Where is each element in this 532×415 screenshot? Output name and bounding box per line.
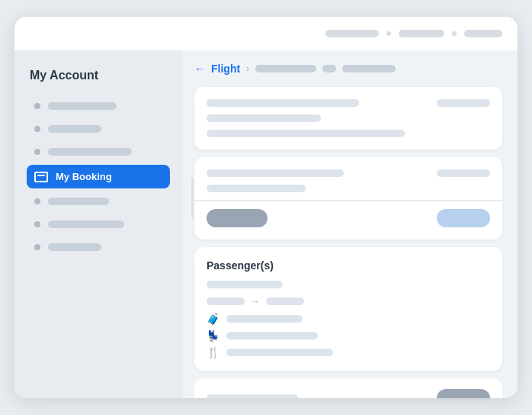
card1-skel-1 [207, 99, 359, 107]
card1-row1 [207, 99, 490, 107]
route-dest [266, 298, 304, 305]
card1-skel-3 [207, 114, 321, 122]
card2-row1 [207, 169, 490, 177]
sidebar-dot-1 [34, 103, 40, 109]
main-content: My Account My Booking [14, 50, 518, 398]
sidebar-dot-7 [34, 244, 40, 250]
right-panel: ← Flight › [182, 50, 518, 398]
back-arrow[interactable]: ← [194, 63, 205, 75]
card1-row2 [207, 114, 490, 122]
passenger-detail-meal: 🍴 [207, 346, 490, 359]
sidebar-item-2[interactable] [27, 119, 170, 139]
sidebar-item-6[interactable] [27, 214, 170, 234]
card-passengers: Passenger(s) → 🧳 [194, 247, 502, 371]
breadcrumb-chevron: › [246, 63, 249, 74]
card2-skel-3 [207, 185, 306, 192]
breadcrumb-pill-3 [342, 65, 396, 72]
bottom-skel-1 [207, 394, 298, 398]
sidebar-item-7[interactable] [27, 237, 170, 257]
card2-row2 [207, 185, 490, 192]
breadcrumb-pill-1 [255, 65, 316, 72]
meal-skel [226, 349, 333, 356]
breadcrumb-pill-2 [322, 65, 336, 72]
card2-divider [194, 200, 502, 201]
card2-bottom [207, 209, 490, 227]
sidebar-bar-6 [48, 220, 124, 228]
meal-icon: 🍴 [207, 346, 219, 359]
sidebar-item-1[interactable] [27, 96, 170, 116]
sidebar-label-my-booking: My Booking [56, 171, 112, 182]
card2-skel-2 [437, 169, 490, 177]
breadcrumb-flight[interactable]: Flight [211, 63, 240, 75]
passenger-detail-bag: 🧳 [207, 313, 490, 325]
sidebar-dot-3 [34, 149, 40, 155]
sidebar-dot-6 [34, 221, 40, 227]
card-booking-detail [194, 157, 502, 240]
card2-btn-left[interactable] [207, 209, 268, 227]
card2-accent [191, 178, 194, 219]
titlebar-pill-3 [464, 30, 502, 37]
card1-skel-4 [207, 130, 405, 137]
sidebar-item-my-booking[interactable]: My Booking [27, 165, 170, 188]
sidebar-item-3[interactable] [27, 142, 170, 162]
passenger-route-row: → [207, 296, 490, 307]
card2-btn-right[interactable] [437, 209, 490, 227]
card2-skel-1 [207, 169, 344, 177]
titlebar-pill-2 [399, 30, 444, 37]
bottom-btn[interactable] [437, 389, 490, 398]
titlebar-dot-1 [386, 31, 391, 36]
seat-icon: 💺 [207, 330, 219, 342]
bag-icon: 🧳 [207, 313, 219, 325]
card1-skel-2 [437, 99, 490, 107]
sidebar-dot-2 [34, 126, 40, 132]
passengers-title: Passenger(s) [207, 259, 490, 272]
sidebar-item-5[interactable] [27, 191, 170, 211]
bag-skel [226, 315, 303, 323]
passenger-details: 🧳 💺 🍴 [207, 313, 490, 359]
passenger-name-skel [207, 281, 283, 288]
titlebar-dot-2 [452, 31, 457, 36]
card2-wrapper [194, 157, 502, 240]
sidebar-title: My Account [27, 69, 170, 82]
passenger-detail-seat: 💺 [207, 330, 490, 342]
sidebar: My Account My Booking [14, 50, 182, 398]
card-bottom [194, 378, 502, 398]
sidebar-bar-2 [48, 125, 101, 133]
card-flight-info [194, 87, 502, 150]
app-window: My Account My Booking [14, 17, 518, 398]
card1-row3 [207, 130, 490, 137]
booking-icon [34, 172, 48, 182]
route-arrow-icon: → [251, 296, 260, 307]
passenger-name-row [207, 281, 490, 288]
breadcrumb: ← Flight › [194, 63, 502, 75]
sidebar-bar-3 [48, 148, 132, 156]
sidebar-bar-1 [48, 102, 117, 110]
title-bar [14, 17, 518, 50]
sidebar-bar-5 [48, 198, 109, 205]
sidebar-bar-7 [48, 243, 101, 251]
titlebar-pill-1 [325, 30, 379, 37]
route-origin [207, 298, 245, 305]
sidebar-dot-5 [34, 198, 40, 204]
seat-skel [226, 332, 318, 339]
